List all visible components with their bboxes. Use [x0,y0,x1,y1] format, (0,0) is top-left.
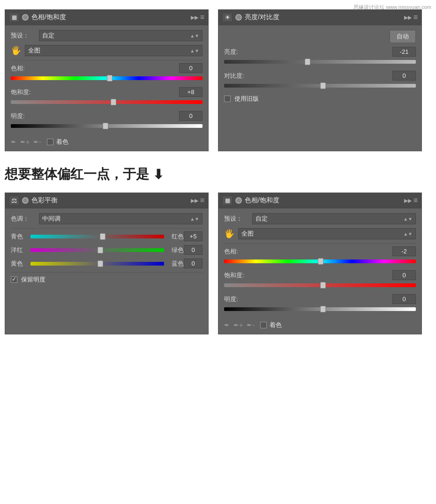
contrast-value[interactable]: 0 [392,71,416,81]
panel3-body: 色调： 中间调 ▲▼ 青色 红色 +5 洋红 [5,208,208,292]
eyedropper-icon-4[interactable]: ✒ [224,321,230,329]
hue-thumb[interactable] [107,75,113,82]
contrast-slider-row: 对比度: 0 [224,71,416,90]
preserve-checkbox[interactable] [11,276,17,283]
layer-visibility-icon-2[interactable] [235,14,242,21]
eyedropper-plus-icon[interactable]: ✒+ [20,138,30,146]
panel3-arrows: ▶▶ ≡ [191,196,204,205]
sep-4 [224,243,416,244]
sep-3b [11,272,203,273]
panel2-body: 自动 亮度: -21 对比度: 0 [218,25,421,111]
eyedropper-minus-icon-4[interactable]: ✒- [247,321,255,329]
hue-track-container-4[interactable] [224,257,416,266]
sat-track-container[interactable] [11,98,203,106]
light-track-container[interactable] [11,122,203,130]
hue-slider-row-4: 色相: -2 [224,246,416,266]
hue-value-4[interactable]: -2 [392,246,416,256]
magenta-green-thumb[interactable] [98,247,103,253]
eyedropper-icon[interactable]: ✒ [11,138,16,146]
forward-icon-3: ▶▶ [191,198,198,204]
bottom-tools-4: ✒ ✒+ ✒- 着色 [224,318,416,329]
middle-text-content: 想要整体偏红一点，于是 [5,165,149,183]
preset-select-4[interactable]: 自定 ▲▼ [252,213,416,224]
brightness-value[interactable]: -21 [392,47,416,57]
brightness-track-container[interactable] [224,58,416,66]
channel-select-4[interactable]: 全图 ▲▼ [238,228,416,239]
layer-visibility-icon-3[interactable] [22,197,29,204]
sat-thumb[interactable] [111,99,116,105]
brightness-thumb[interactable] [305,59,310,65]
preset-row-4: 预设： 自定 ▲▼ [224,213,416,224]
preset-select-1[interactable]: 自定 ▲▼ [39,30,203,41]
yellow-blue-thumb[interactable] [98,260,103,267]
cyan-red-thumb[interactable] [100,233,105,240]
panel1-menu-icon[interactable]: ≡ [200,13,204,22]
hue-label-4: 色相: [224,247,252,256]
yellow-blue-value[interactable]: 0 [184,259,203,268]
contrast-track-container[interactable] [224,82,416,90]
channel-select-1[interactable]: 全图 ▲▼ [25,45,203,56]
legacy-label: 使用旧版 [234,95,259,103]
legacy-checkbox[interactable] [224,96,231,102]
colorize-row-4: 着色 [260,321,282,329]
contrast-label-row: 对比度: 0 [224,71,416,81]
tone-select-arrow: ▲▼ [190,216,199,222]
light-value[interactable]: 0 [179,111,203,121]
preset-row-1: 预设： 自定 ▲▼ [11,30,203,41]
down-arrow-icon: ⬇ [153,167,164,182]
sat-label-row-4: 饱和度: 0 [224,270,416,280]
hand-icon-4: 🖐 [224,229,234,239]
panel2-arrows: ▶▶ ≡ [404,13,418,22]
light-thumb-4[interactable] [320,306,326,312]
sat-thumb-4[interactable] [320,282,326,289]
hue-thumb-4[interactable] [318,258,323,265]
yellow-blue-track-wrap[interactable] [30,259,164,268]
panel-header-left-1: ▦ 色相/饱和度 [9,13,66,22]
channel-row-1: 🖐 全图 ▲▼ [11,45,203,56]
panel2-menu-icon[interactable]: ≡ [413,13,418,22]
panel4-body: 预设： 自定 ▲▼ 🖐 全图 ▲▼ 色相: -2 [218,208,421,334]
light-slider-row: 明度: 0 [11,111,203,130]
hue-label-row: 色相: 0 [11,63,203,73]
cyan-red-value[interactable]: +5 [184,231,203,241]
light-label-row: 明度: 0 [11,111,203,121]
eyedropper-minus-icon[interactable]: ✒- [33,138,41,146]
layer-visibility-icon[interactable] [22,14,29,21]
yellow-blue-row: 黄色 蓝色 0 [11,259,203,268]
colorize-label-4: 着色 [270,321,282,329]
forward-icon-4: ▶▶ [404,198,412,204]
sat-track-container-4[interactable] [224,281,416,289]
auto-button[interactable]: 自动 [390,30,416,43]
hue-value[interactable]: 0 [179,63,203,73]
cyan-red-track-wrap[interactable] [30,232,164,241]
colorize-label: 着色 [56,138,68,146]
contrast-thumb[interactable] [320,82,326,89]
light-track-container-4[interactable] [224,305,416,313]
magenta-green-value[interactable]: 0 [184,245,203,255]
eyedropper-plus-icon-4[interactable]: ✒+ [233,321,243,329]
brightness-slider-row: 亮度: -21 [224,47,416,66]
tone-label: 色调： [11,215,39,223]
colorize-checkbox[interactable] [47,139,53,145]
hand-icon-1: 🖐 [11,45,21,56]
colorbalance-icon-panel: ⚖ [9,196,19,205]
panel4-menu-icon[interactable]: ≡ [413,196,418,205]
light-thumb[interactable] [103,123,108,129]
preserve-label: 保留明度 [21,275,45,284]
auto-row: 自动 [224,30,416,43]
light-value-4[interactable]: 0 [392,294,416,304]
sat-label: 饱和度: [11,88,39,96]
sat-value-4[interactable]: 0 [392,270,416,280]
panel3-menu-icon[interactable]: ≡ [200,196,204,205]
yellow-label: 黄色 [11,259,28,268]
layer-visibility-icon-4[interactable] [235,197,242,204]
hue-track-container[interactable] [11,74,203,82]
sat-value[interactable]: +8 [179,87,203,97]
channel-select-arrow-1: ▲▼ [190,48,199,53]
magenta-green-track-wrap[interactable] [30,246,164,254]
brightness-label: 亮度: [224,48,252,56]
light-label-row-4: 明度: 0 [224,294,416,304]
panel-header-left-2: ☀ 亮度/对比度 [222,13,279,22]
tone-select[interactable]: 中间调 ▲▼ [39,213,203,224]
colorize-checkbox-4[interactable] [260,322,267,328]
